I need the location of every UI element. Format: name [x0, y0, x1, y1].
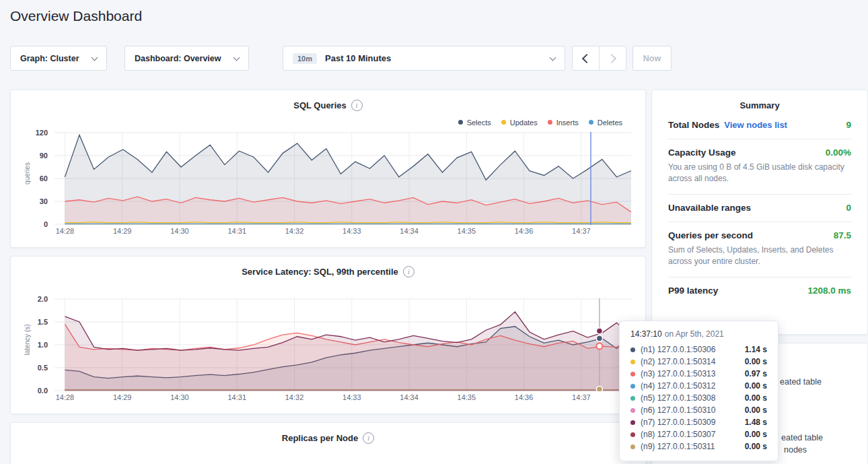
tooltip-node-row: (n9) 127.0.0.1:503110.00 s	[630, 440, 767, 453]
capacity-usage-label: Capacity Usage	[668, 147, 736, 158]
chart-title: Service Latency: SQL, 99th percentile	[242, 267, 398, 277]
legend-dot	[589, 120, 593, 125]
y-tick-label: 120	[11, 129, 48, 137]
y-tick-label: 0	[11, 220, 48, 228]
x-tick-label: 14:33	[335, 227, 369, 235]
time-range-badge: 10m	[293, 53, 317, 64]
x-tick-label: 14:32	[278, 393, 312, 401]
replicas-per-node-chart-panel: Replicas per Node i	[10, 422, 646, 464]
tooltip-node-row: (n8) 127.0.0.1:503070.00 s	[630, 428, 767, 440]
tooltip-header: 14:37:10on Apr 5th, 2021	[630, 329, 767, 339]
summary-row-total-nodes: Total NodesView nodes list 9	[668, 112, 851, 139]
y-tick-label: 90	[11, 152, 48, 160]
legend-item-deletes[interactable]: Deletes	[589, 119, 622, 127]
y-tick-label: 30	[11, 197, 48, 205]
view-nodes-list-link[interactable]: View nodes list	[724, 120, 787, 130]
summary-title: Summary	[668, 100, 851, 110]
node-latency-value: 1.48 s	[745, 418, 767, 427]
now-button-label: Now	[643, 54, 661, 63]
legend-dot	[548, 120, 552, 125]
chart-hover-tooltip: 14:37:10on Apr 5th, 2021 (n1) 127.0.0.1:…	[619, 321, 779, 461]
node-latency-value: 0.00 s	[745, 405, 767, 415]
node-latency-value: 1.14 s	[745, 345, 767, 354]
x-tick-label: 14:33	[335, 393, 369, 401]
legend-item-selects[interactable]: Selects	[458, 119, 491, 127]
dashboard-dropdown[interactable]: Dashboard: Overview	[124, 46, 249, 71]
x-tick-label: 14:34	[392, 227, 426, 235]
y-tick-label: 1.5	[11, 318, 48, 326]
page-title: Overview Dashboard	[10, 8, 142, 24]
dashboard-dropdown-label: Dashboard: Overview	[135, 54, 221, 63]
total-nodes-label-group: Total NodesView nodes list	[668, 120, 787, 130]
node-color-dot	[630, 384, 635, 389]
graph-dropdown[interactable]: Graph: Cluster	[10, 46, 107, 71]
x-tick-label: 14:30	[163, 393, 196, 401]
queries-per-second-value: 87.5	[834, 230, 851, 240]
info-icon[interactable]: i	[403, 266, 414, 277]
overview-dashboard-page: Overview Dashboard Graph: Cluster Dashbo…	[0, 0, 868, 464]
node-color-dot	[630, 396, 635, 401]
y-tick-label: 60	[11, 174, 48, 183]
node-latency-value: 0.97 s	[745, 369, 767, 378]
tooltip-node-row: (n7) 127.0.0.1:503091.48 s	[630, 416, 767, 428]
chevron-down-icon	[233, 55, 240, 61]
node-latency-value: 0.00 s	[745, 381, 767, 391]
x-tick-label: 14:28	[48, 393, 81, 401]
x-tick-label: 14:36	[507, 393, 541, 401]
x-tick-label: 14:36	[507, 227, 541, 235]
queries-per-second-label: Queries per second	[668, 230, 753, 240]
chart-title-row: SQL Queries i	[11, 100, 645, 111]
x-tick-label: 14:29	[106, 227, 139, 235]
y-tick-label: 2.0	[11, 295, 48, 303]
event-text-fragment: eated table	[780, 377, 822, 387]
unavailable-ranges-value: 0	[846, 203, 851, 213]
time-range-label: Past 10 Minutes	[325, 53, 391, 63]
x-tick-label: 14:37	[565, 227, 598, 235]
tooltip-date: on Apr 5th, 2021	[665, 329, 724, 339]
sql-queries-plot[interactable]	[55, 132, 631, 225]
time-next-button[interactable]	[599, 46, 626, 71]
sql-queries-chart-panel: SQL Queries i SelectsUpdatesInsertsDelet…	[10, 90, 646, 248]
x-axis-ticks: 14:2814:2914:3014:3114:3214:3314:3414:35…	[55, 227, 631, 236]
unavailable-ranges-label: Unavailable ranges	[668, 203, 751, 213]
node-latency-value: 0.00 s	[745, 357, 767, 366]
node-address: (n8) 127.0.0.1:50307	[641, 430, 738, 439]
tooltip-node-row: (n5) 127.0.0.1:503080.00 s	[630, 392, 767, 404]
x-tick-label: 14:30	[163, 227, 196, 235]
x-tick-label: 14:28	[48, 227, 81, 235]
node-color-dot	[630, 360, 635, 364]
graph-dropdown-label: Graph: Cluster	[20, 54, 79, 63]
tooltip-time: 14:37:10	[630, 329, 662, 339]
summary-row-unavailable-ranges: Unavailable ranges 0	[668, 195, 851, 222]
node-address: (n6) 127.0.0.1:50310	[641, 405, 738, 415]
legend-dot	[501, 120, 506, 125]
chevron-left-icon	[582, 53, 591, 63]
x-tick-label: 14:37	[565, 393, 598, 401]
node-color-dot	[630, 372, 635, 376]
tooltip-node-row: (n1) 127.0.0.1:503061.14 s	[630, 343, 767, 356]
p99-latency-label: P99 latency	[668, 286, 718, 296]
queries-per-second-description: Sum of Selects, Updates, Inserts, and De…	[668, 244, 851, 268]
legend-item-updates[interactable]: Updates	[501, 119, 538, 127]
chevron-down-icon	[550, 55, 556, 61]
y-axis-ticks: 0306090120	[11, 132, 48, 225]
service-latency-chart-panel: Service Latency: SQL, 99th percentile i …	[10, 256, 646, 414]
time-range-dropdown[interactable]: 10m Past 10 Minutes	[283, 46, 565, 71]
time-prev-button[interactable]	[572, 46, 600, 71]
service-latency-plot[interactable]	[55, 298, 631, 391]
event-text-fragment: eated table	[781, 433, 823, 442]
p99-latency-value: 1208.0 ms	[807, 286, 851, 296]
chevron-right-icon	[607, 53, 616, 63]
node-address: (n1) 127.0.0.1:50306	[641, 345, 738, 354]
info-icon[interactable]: i	[363, 432, 374, 444]
y-tick-label: 0.0	[11, 387, 48, 395]
x-tick-label: 14:31	[220, 393, 254, 401]
legend-item-inserts[interactable]: Inserts	[548, 119, 579, 127]
time-now-button[interactable]: Now	[632, 46, 672, 71]
capacity-usage-description: You are using 0 B of 4.5 GiB usable disk…	[668, 162, 851, 185]
chart-title: SQL Queries	[293, 100, 347, 110]
info-icon[interactable]: i	[351, 100, 363, 111]
tooltip-node-row: (n2) 127.0.0.1:503140.00 s	[630, 356, 767, 368]
chart-title-row: Service Latency: SQL, 99th percentile i	[11, 266, 645, 277]
chevron-down-icon	[92, 55, 98, 61]
